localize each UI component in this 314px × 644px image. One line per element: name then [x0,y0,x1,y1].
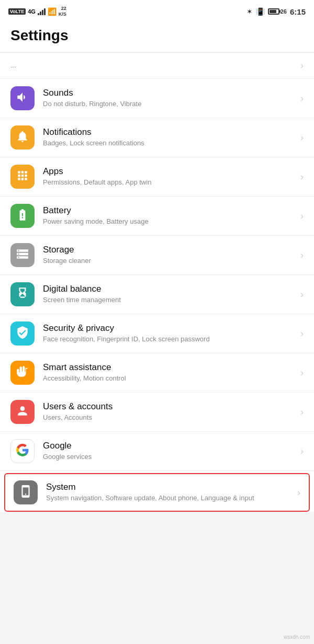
settings-item-system[interactable]: System System navigation, Software updat… [4,473,310,512]
settings-item-sounds[interactable]: Sounds Do not disturb, Ringtone, Vibrate… [0,79,314,118]
settings-item-digital[interactable]: Digital balance Screen time management › [0,275,314,314]
partial-item-text: ... [10,61,296,70]
security-title: Security & privacy [43,323,296,334]
battery-status: 26 [268,8,287,15]
users-chevron: › [300,407,304,418]
system-chevron: › [297,487,300,498]
sounds-icon [16,90,29,106]
settings-item-battery[interactable]: Battery Power saving mode, Battery usage… [0,197,314,236]
apps-title: Apps [43,166,296,177]
storage-subtitle: Storage cleaner [43,256,296,266]
system-title: System [46,482,293,492]
apps-subtitle: Permissions, Default apps, App twin [43,178,296,187]
system-icon [19,485,32,500]
battery-fill [270,10,277,13]
storage-icon-container [10,243,35,267]
settings-item-users[interactable]: Users & accounts Users, Accounts › [0,393,314,432]
google-text: Google Google services [43,441,296,462]
volte-badge: VoLTE [8,8,26,15]
smart-title: Smart assistance [43,362,296,373]
notifications-icon-container [10,125,35,150]
system-subtitle: System navigation, Software update, Abou… [46,493,293,503]
smart-chevron: › [300,367,304,378]
sounds-title: Sounds [43,88,296,98]
signal-bars [38,8,46,15]
smart-subtitle: Accessibility, Motion control [43,374,296,383]
system-text: System System navigation, Software updat… [46,482,293,503]
digital-icon [16,286,29,302]
signal-bar-4 [44,8,46,15]
sounds-text: Sounds Do not disturb, Ringtone, Vibrate [43,88,296,109]
digital-icon-container [10,282,35,306]
apps-chevron: › [300,171,304,182]
settings-list: Sounds Do not disturb, Ringtone, Vibrate… [0,79,314,512]
signal-bar-2 [40,12,41,15]
wifi-icon: 📶 [48,7,57,16]
settings-item-notifications[interactable]: Notifications Badges, Lock screen notifi… [0,118,314,157]
battery-subtitle: Power saving mode, Battery usage [43,217,296,226]
notifications-chevron: › [300,132,304,143]
users-title: Users & accounts [43,401,296,412]
digital-text: Digital balance Screen time management [43,284,296,305]
notifications-subtitle: Badges, Lock screen notifications [43,139,296,148]
apps-icon [16,169,29,185]
battery-icon [16,208,29,224]
security-text: Security & privacy Face recognition, Fin… [43,323,296,344]
apps-text: Apps Permissions, Default apps, App twin [43,166,296,187]
signal-bar-1 [38,13,39,15]
clock: 6:15 [290,7,306,16]
security-subtitle: Face recognition, Fingerprint ID, Lock s… [43,335,296,344]
notifications-title: Notifications [43,127,296,137]
smart-icon [16,365,29,381]
users-icon-container [10,400,35,424]
settings-item-smart[interactable]: Smart assistance Accessibility, Motion c… [0,353,314,393]
status-bar: VoLTE 4G 📶 22 K/S ✶ 📳 26 6:15 [0,0,314,21]
settings-item-google[interactable]: Google Google services › [0,432,314,471]
vibrate-icon: 📳 [256,7,265,16]
smart-icon-container [10,361,35,385]
storage-icon [16,247,29,263]
sounds-icon-container [10,86,35,110]
partial-item[interactable]: ... › [0,53,314,79]
google-subtitle: Google services [43,452,296,462]
storage-title: Storage [43,245,296,255]
signal-bar-3 [42,10,43,15]
sounds-chevron: › [300,93,304,104]
users-text: Users & accounts Users, Accounts [43,401,296,422]
users-icon [16,404,29,420]
status-right: ✶ 📳 26 6:15 [246,7,306,16]
google-chevron: › [300,446,304,457]
battery-title: Battery [43,205,296,216]
users-subtitle: Users, Accounts [43,413,296,422]
security-chevron: › [300,328,304,339]
settings-item-apps[interactable]: Apps Permissions, Default apps, App twin… [0,157,314,197]
storage-text: Storage Storage cleaner [43,245,296,266]
notifications-icon [16,130,29,145]
settings-item-storage[interactable]: Storage Storage cleaner › [0,236,314,275]
digital-chevron: › [300,289,304,300]
security-icon [16,326,29,341]
battery-chevron: › [300,211,304,222]
google-icon-container [10,439,35,463]
google-icon [16,443,29,459]
settings-item-security[interactable]: Security & privacy Face recognition, Fin… [0,314,314,353]
google-title: Google [43,441,296,451]
battery-text: Battery Power saving mode, Battery usage [43,205,296,226]
battery-percent: 26 [281,8,287,15]
system-icon-container [14,480,38,504]
notifications-text: Notifications Badges, Lock screen notifi… [43,127,296,148]
battery-icon [268,8,279,15]
apps-icon-container [10,165,35,189]
partial-item-subtitle: ... [10,61,296,70]
digital-subtitle: Screen time management [43,295,296,305]
digital-title: Digital balance [43,284,296,294]
storage-chevron: › [300,250,304,261]
smart-text: Smart assistance Accessibility, Motion c… [43,362,296,383]
watermark: wsxdn.com [284,634,310,640]
bluetooth-icon: ✶ [246,7,253,16]
sounds-subtitle: Do not disturb, Ringtone, Vibrate [43,99,296,109]
chevron-icon: › [300,60,304,71]
battery-icon-container [10,204,35,228]
status-left: VoLTE 4G 📶 22 K/S [8,6,66,17]
page-title-bar: Settings [0,21,314,53]
